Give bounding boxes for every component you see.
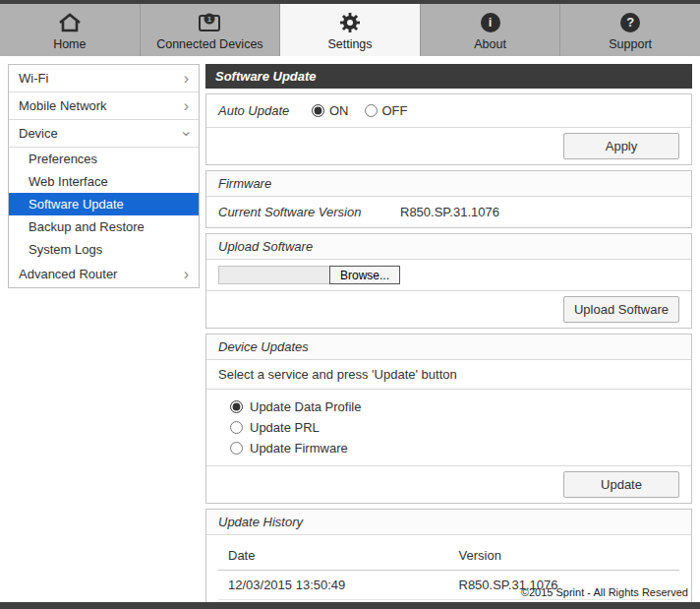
sidebar-item-software-update[interactable]: Software Update bbox=[9, 193, 199, 215]
software-update-panel: Software Update Auto Update ON OFF bbox=[205, 64, 692, 609]
auto-update-label: Auto Update bbox=[218, 103, 312, 118]
table-header-row: Date Version bbox=[218, 541, 679, 571]
sidebar-item-label: Mobile Network bbox=[19, 98, 107, 113]
history-col-date: Date bbox=[218, 541, 449, 571]
firmware-section: Firmware Current Software Version R850.S… bbox=[205, 170, 692, 228]
sidebar-item-label: Software Update bbox=[29, 197, 124, 212]
tab-label: About bbox=[474, 37, 506, 51]
device-count-badge: 1 bbox=[207, 15, 212, 24]
sidebar-item-label: System Logs bbox=[29, 242, 102, 257]
service-radio-group: Update Data Profile Update PRL Update Fi… bbox=[206, 389, 691, 465]
sidebar-item-label: Advanced Router bbox=[19, 267, 117, 281]
upload-software-button[interactable]: Upload Software bbox=[563, 296, 679, 323]
device-updates-section: Device Updates Select a service and pres… bbox=[205, 334, 692, 504]
auto-update-off-radio[interactable] bbox=[365, 104, 378, 117]
copyright-text: ©2015 Sprint - All Rights Reserved bbox=[521, 586, 688, 598]
tab-settings[interactable]: Settings bbox=[280, 4, 421, 56]
sidebar-item-label: Backup and Restore bbox=[29, 219, 145, 234]
sidebar-item-preferences[interactable]: Preferences bbox=[9, 148, 199, 170]
router-admin-page: Home 1 Connected Devices bbox=[0, 0, 700, 609]
chevron-right-icon: › bbox=[184, 74, 189, 84]
chevron-down-icon: › bbox=[181, 131, 191, 136]
tab-label: Settings bbox=[327, 37, 372, 51]
settings-sidebar: Wi-Fi › Mobile Network › Device › Prefer… bbox=[8, 64, 200, 288]
update-prl-radio[interactable] bbox=[230, 421, 243, 434]
device-updates-header: Device Updates bbox=[206, 335, 691, 359]
tab-home[interactable]: Home bbox=[0, 4, 141, 56]
radio-label: OFF bbox=[382, 103, 408, 118]
history-date-cell: 12/03/2015 13:50:49 bbox=[218, 571, 449, 600]
tab-about[interactable]: i About bbox=[421, 4, 561, 56]
update-firmware-radio[interactable] bbox=[230, 442, 243, 455]
radio-label: Update Data Profile bbox=[250, 399, 361, 414]
sidebar-item-advanced-router[interactable]: Advanced Router › bbox=[9, 261, 199, 287]
chevron-right-icon: › bbox=[184, 270, 189, 279]
sidebar-item-label: Wi-Fi bbox=[19, 71, 48, 86]
sidebar-item-label: Preferences bbox=[29, 152, 97, 166]
sidebar-item-label: Device bbox=[19, 126, 58, 141]
tab-connected-devices[interactable]: 1 Connected Devices bbox=[141, 4, 281, 56]
service-instruction: Select a service and press 'Update' butt… bbox=[206, 359, 691, 389]
firmware-section-header: Firmware bbox=[206, 171, 691, 196]
auto-update-on-radio[interactable] bbox=[312, 104, 324, 117]
gear-icon bbox=[338, 11, 362, 34]
sidebar-item-mobile-network[interactable]: Mobile Network › bbox=[9, 92, 199, 120]
sidebar-item-label: Web Interface bbox=[29, 174, 108, 189]
tab-label: Connected Devices bbox=[156, 37, 262, 51]
sidebar-item-device[interactable]: Device › bbox=[9, 120, 199, 148]
update-data-profile-radio[interactable] bbox=[230, 400, 243, 413]
connected-devices-icon: 1 bbox=[197, 11, 222, 34]
upload-section-header: Upload Software bbox=[206, 234, 691, 259]
sidebar-item-system-logs[interactable]: System Logs bbox=[9, 238, 199, 261]
apply-button[interactable]: Apply bbox=[563, 133, 679, 159]
tab-support[interactable]: ? Support bbox=[560, 4, 700, 56]
chevron-right-icon: › bbox=[184, 101, 189, 111]
radio-label: Update Firmware bbox=[250, 441, 348, 456]
radio-label: ON bbox=[329, 103, 349, 118]
sidebar-item-wifi[interactable]: Wi-Fi › bbox=[9, 65, 199, 92]
browse-button[interactable]: Browse... bbox=[329, 266, 400, 284]
info-icon: i bbox=[481, 11, 500, 34]
radio-label: Update PRL bbox=[250, 420, 320, 435]
tab-label: Support bbox=[609, 37, 652, 51]
page-title: Software Update bbox=[205, 64, 692, 89]
tab-label: Home bbox=[53, 37, 86, 51]
current-version-value: R850.SP.31.1076 bbox=[400, 205, 499, 219]
sidebar-item-web-interface[interactable]: Web Interface bbox=[9, 170, 199, 193]
upload-software-section: Upload Software Browse... Upload Softwar… bbox=[205, 233, 692, 329]
current-version-label: Current Software Version bbox=[218, 205, 400, 219]
bottom-dark-strip bbox=[0, 602, 700, 609]
content-area: Wi-Fi › Mobile Network › Device › Prefer… bbox=[0, 56, 700, 609]
main-nav-tabs: Home 1 Connected Devices bbox=[0, 4, 700, 56]
question-icon: ? bbox=[620, 11, 640, 34]
update-button[interactable]: Update bbox=[563, 471, 679, 498]
sidebar-item-backup-restore[interactable]: Backup and Restore bbox=[9, 215, 199, 238]
auto-update-section: Auto Update ON OFF Apply bbox=[205, 93, 692, 165]
history-col-version: Version bbox=[449, 541, 680, 571]
home-icon bbox=[57, 11, 83, 34]
update-history-header: Update History bbox=[206, 510, 691, 534]
auto-update-radio-group: ON OFF bbox=[312, 103, 408, 118]
file-path-field[interactable] bbox=[218, 266, 329, 284]
